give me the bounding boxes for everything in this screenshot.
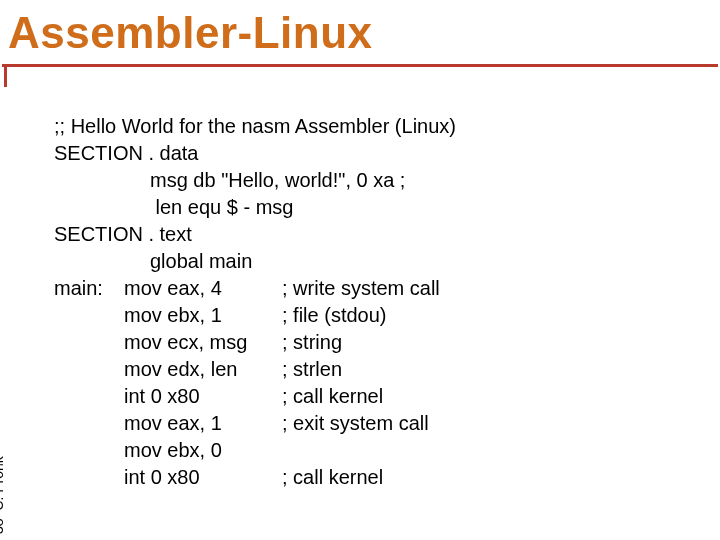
code-instruction: mov ecx, msg [124, 329, 282, 356]
code-line: msg db "Hello, world!", 0 xa ; [54, 167, 720, 194]
code-instruction: int 0 x80 [124, 464, 282, 491]
author-name: C. Pronk [0, 456, 6, 510]
code-comment: ; strlen [282, 356, 342, 383]
code-line: SECTION . text [54, 221, 720, 248]
code-line: ;; Hello World for the nasm Assembler (L… [54, 113, 720, 140]
code-instruction: int 0 x80 [124, 383, 282, 410]
slide-footer: 38 C. Pronk [0, 456, 6, 534]
code-instruction: mov ebx, 0 [124, 437, 282, 464]
code-spacer [54, 302, 124, 329]
rule-tick [4, 65, 7, 87]
code-instruction: mov ebx, 1 [124, 302, 282, 329]
rule-horizontal [2, 64, 718, 67]
code-comment: ; call kernel [282, 383, 383, 410]
code-line: mov ebx, 0 [54, 437, 720, 464]
assembler-code: ;; Hello World for the nasm Assembler (L… [54, 113, 720, 491]
code-line: main: mov eax, 4 ; write system call [54, 275, 720, 302]
slide-title: Assembler-Linux [0, 0, 720, 64]
code-spacer [54, 437, 124, 464]
code-comment: ; write system call [282, 275, 440, 302]
code-spacer [54, 410, 124, 437]
code-line: global main [54, 248, 720, 275]
page-number: 38 [0, 518, 6, 534]
code-spacer [54, 356, 124, 383]
code-line: mov ecx, msg ; string [54, 329, 720, 356]
code-spacer [54, 329, 124, 356]
code-label: main: [54, 275, 124, 302]
code-line: mov eax, 1 ; exit system call [54, 410, 720, 437]
code-comment: ; string [282, 329, 342, 356]
code-instruction: mov eax, 1 [124, 410, 282, 437]
code-line: int 0 x80 ; call kernel [54, 383, 720, 410]
code-line: int 0 x80 ; call kernel [54, 464, 720, 491]
code-line: len equ $ - msg [54, 194, 720, 221]
code-spacer [54, 464, 124, 491]
code-comment: ; exit system call [282, 410, 429, 437]
code-spacer [54, 383, 124, 410]
title-rule [0, 64, 720, 87]
code-line: mov ebx, 1 ; file (stdou) [54, 302, 720, 329]
code-instruction: mov edx, len [124, 356, 282, 383]
code-comment: ; call kernel [282, 464, 383, 491]
code-line: mov edx, len ; strlen [54, 356, 720, 383]
code-comment: ; file (stdou) [282, 302, 386, 329]
code-instruction: mov eax, 4 [124, 275, 282, 302]
code-line: SECTION . data [54, 140, 720, 167]
code-content: ;; Hello World for the nasm Assembler (L… [0, 87, 720, 491]
